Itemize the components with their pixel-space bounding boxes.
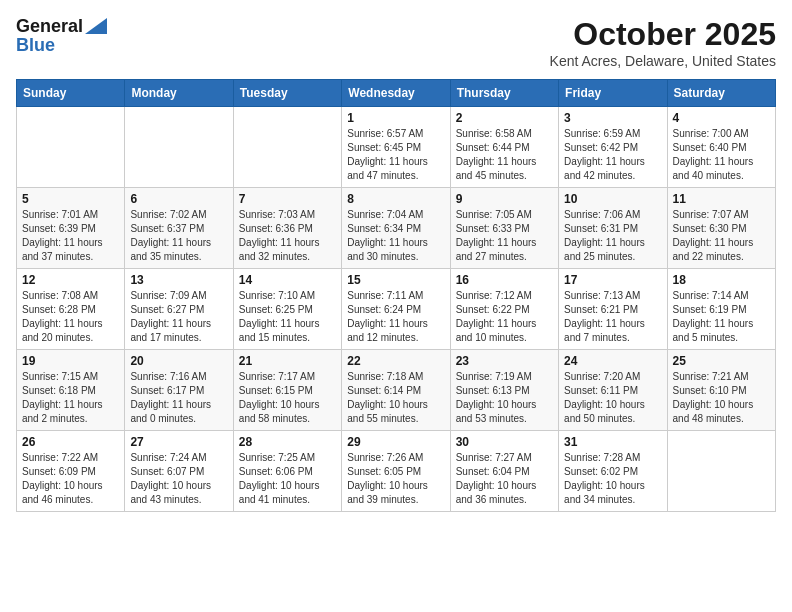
day-number: 25 — [673, 354, 770, 368]
calendar-subtitle: Kent Acres, Delaware, United States — [550, 53, 776, 69]
day-info: Sunrise: 6:57 AM Sunset: 6:45 PM Dayligh… — [347, 127, 444, 183]
day-cell: 14Sunrise: 7:10 AM Sunset: 6:25 PM Dayli… — [233, 269, 341, 350]
day-number: 21 — [239, 354, 336, 368]
day-cell: 23Sunrise: 7:19 AM Sunset: 6:13 PM Dayli… — [450, 350, 558, 431]
day-number: 19 — [22, 354, 119, 368]
day-info: Sunrise: 7:21 AM Sunset: 6:10 PM Dayligh… — [673, 370, 770, 426]
day-cell: 12Sunrise: 7:08 AM Sunset: 6:28 PM Dayli… — [17, 269, 125, 350]
logo: General Blue — [16, 16, 107, 56]
day-info: Sunrise: 7:28 AM Sunset: 6:02 PM Dayligh… — [564, 451, 661, 507]
day-number: 23 — [456, 354, 553, 368]
day-cell: 25Sunrise: 7:21 AM Sunset: 6:10 PM Dayli… — [667, 350, 775, 431]
day-info: Sunrise: 7:27 AM Sunset: 6:04 PM Dayligh… — [456, 451, 553, 507]
day-number: 11 — [673, 192, 770, 206]
day-cell: 8Sunrise: 7:04 AM Sunset: 6:34 PM Daylig… — [342, 188, 450, 269]
day-cell: 11Sunrise: 7:07 AM Sunset: 6:30 PM Dayli… — [667, 188, 775, 269]
logo-general-text: General — [16, 16, 83, 37]
week-row-5: 26Sunrise: 7:22 AM Sunset: 6:09 PM Dayli… — [17, 431, 776, 512]
day-number: 16 — [456, 273, 553, 287]
day-cell — [17, 107, 125, 188]
day-number: 6 — [130, 192, 227, 206]
day-info: Sunrise: 6:59 AM Sunset: 6:42 PM Dayligh… — [564, 127, 661, 183]
day-cell: 13Sunrise: 7:09 AM Sunset: 6:27 PM Dayli… — [125, 269, 233, 350]
day-cell: 26Sunrise: 7:22 AM Sunset: 6:09 PM Dayli… — [17, 431, 125, 512]
day-info: Sunrise: 7:00 AM Sunset: 6:40 PM Dayligh… — [673, 127, 770, 183]
header-sunday: Sunday — [17, 80, 125, 107]
day-number: 8 — [347, 192, 444, 206]
day-cell — [233, 107, 341, 188]
day-cell: 30Sunrise: 7:27 AM Sunset: 6:04 PM Dayli… — [450, 431, 558, 512]
week-row-1: 1Sunrise: 6:57 AM Sunset: 6:45 PM Daylig… — [17, 107, 776, 188]
day-info: Sunrise: 7:26 AM Sunset: 6:05 PM Dayligh… — [347, 451, 444, 507]
logo-icon — [85, 18, 107, 34]
day-info: Sunrise: 7:25 AM Sunset: 6:06 PM Dayligh… — [239, 451, 336, 507]
day-cell: 29Sunrise: 7:26 AM Sunset: 6:05 PM Dayli… — [342, 431, 450, 512]
day-number: 28 — [239, 435, 336, 449]
calendar-table: Sunday Monday Tuesday Wednesday Thursday… — [16, 79, 776, 512]
header-tuesday: Tuesday — [233, 80, 341, 107]
day-number: 15 — [347, 273, 444, 287]
calendar-title: October 2025 — [550, 16, 776, 53]
day-cell — [667, 431, 775, 512]
day-number: 14 — [239, 273, 336, 287]
day-number: 27 — [130, 435, 227, 449]
day-number: 20 — [130, 354, 227, 368]
day-cell: 24Sunrise: 7:20 AM Sunset: 6:11 PM Dayli… — [559, 350, 667, 431]
svg-marker-0 — [85, 18, 107, 34]
day-info: Sunrise: 7:22 AM Sunset: 6:09 PM Dayligh… — [22, 451, 119, 507]
day-number: 5 — [22, 192, 119, 206]
day-number: 1 — [347, 111, 444, 125]
day-info: Sunrise: 7:11 AM Sunset: 6:24 PM Dayligh… — [347, 289, 444, 345]
day-number: 3 — [564, 111, 661, 125]
day-info: Sunrise: 7:17 AM Sunset: 6:15 PM Dayligh… — [239, 370, 336, 426]
day-info: Sunrise: 7:05 AM Sunset: 6:33 PM Dayligh… — [456, 208, 553, 264]
week-row-4: 19Sunrise: 7:15 AM Sunset: 6:18 PM Dayli… — [17, 350, 776, 431]
day-number: 13 — [130, 273, 227, 287]
day-cell — [125, 107, 233, 188]
day-info: Sunrise: 7:15 AM Sunset: 6:18 PM Dayligh… — [22, 370, 119, 426]
week-row-2: 5Sunrise: 7:01 AM Sunset: 6:39 PM Daylig… — [17, 188, 776, 269]
day-cell: 1Sunrise: 6:57 AM Sunset: 6:45 PM Daylig… — [342, 107, 450, 188]
day-info: Sunrise: 7:02 AM Sunset: 6:37 PM Dayligh… — [130, 208, 227, 264]
day-number: 17 — [564, 273, 661, 287]
day-info: Sunrise: 7:18 AM Sunset: 6:14 PM Dayligh… — [347, 370, 444, 426]
day-info: Sunrise: 6:58 AM Sunset: 6:44 PM Dayligh… — [456, 127, 553, 183]
day-number: 22 — [347, 354, 444, 368]
day-cell: 15Sunrise: 7:11 AM Sunset: 6:24 PM Dayli… — [342, 269, 450, 350]
header: General Blue October 2025 Kent Acres, De… — [16, 16, 776, 69]
day-cell: 9Sunrise: 7:05 AM Sunset: 6:33 PM Daylig… — [450, 188, 558, 269]
day-number: 30 — [456, 435, 553, 449]
day-number: 10 — [564, 192, 661, 206]
day-info: Sunrise: 7:06 AM Sunset: 6:31 PM Dayligh… — [564, 208, 661, 264]
day-cell: 20Sunrise: 7:16 AM Sunset: 6:17 PM Dayli… — [125, 350, 233, 431]
day-cell: 27Sunrise: 7:24 AM Sunset: 6:07 PM Dayli… — [125, 431, 233, 512]
week-row-3: 12Sunrise: 7:08 AM Sunset: 6:28 PM Dayli… — [17, 269, 776, 350]
day-cell: 2Sunrise: 6:58 AM Sunset: 6:44 PM Daylig… — [450, 107, 558, 188]
day-number: 7 — [239, 192, 336, 206]
title-area: October 2025 Kent Acres, Delaware, Unite… — [550, 16, 776, 69]
day-cell: 5Sunrise: 7:01 AM Sunset: 6:39 PM Daylig… — [17, 188, 125, 269]
day-info: Sunrise: 7:10 AM Sunset: 6:25 PM Dayligh… — [239, 289, 336, 345]
day-number: 9 — [456, 192, 553, 206]
day-info: Sunrise: 7:09 AM Sunset: 6:27 PM Dayligh… — [130, 289, 227, 345]
day-info: Sunrise: 7:03 AM Sunset: 6:36 PM Dayligh… — [239, 208, 336, 264]
header-thursday: Thursday — [450, 80, 558, 107]
day-info: Sunrise: 7:14 AM Sunset: 6:19 PM Dayligh… — [673, 289, 770, 345]
day-cell: 22Sunrise: 7:18 AM Sunset: 6:14 PM Dayli… — [342, 350, 450, 431]
day-cell: 19Sunrise: 7:15 AM Sunset: 6:18 PM Dayli… — [17, 350, 125, 431]
day-cell: 16Sunrise: 7:12 AM Sunset: 6:22 PM Dayli… — [450, 269, 558, 350]
day-cell: 10Sunrise: 7:06 AM Sunset: 6:31 PM Dayli… — [559, 188, 667, 269]
day-info: Sunrise: 7:19 AM Sunset: 6:13 PM Dayligh… — [456, 370, 553, 426]
day-cell: 7Sunrise: 7:03 AM Sunset: 6:36 PM Daylig… — [233, 188, 341, 269]
header-saturday: Saturday — [667, 80, 775, 107]
day-cell: 4Sunrise: 7:00 AM Sunset: 6:40 PM Daylig… — [667, 107, 775, 188]
day-info: Sunrise: 7:13 AM Sunset: 6:21 PM Dayligh… — [564, 289, 661, 345]
day-info: Sunrise: 7:20 AM Sunset: 6:11 PM Dayligh… — [564, 370, 661, 426]
day-cell: 18Sunrise: 7:14 AM Sunset: 6:19 PM Dayli… — [667, 269, 775, 350]
day-info: Sunrise: 7:01 AM Sunset: 6:39 PM Dayligh… — [22, 208, 119, 264]
day-info: Sunrise: 7:07 AM Sunset: 6:30 PM Dayligh… — [673, 208, 770, 264]
header-friday: Friday — [559, 80, 667, 107]
day-cell: 28Sunrise: 7:25 AM Sunset: 6:06 PM Dayli… — [233, 431, 341, 512]
day-info: Sunrise: 7:04 AM Sunset: 6:34 PM Dayligh… — [347, 208, 444, 264]
day-number: 29 — [347, 435, 444, 449]
